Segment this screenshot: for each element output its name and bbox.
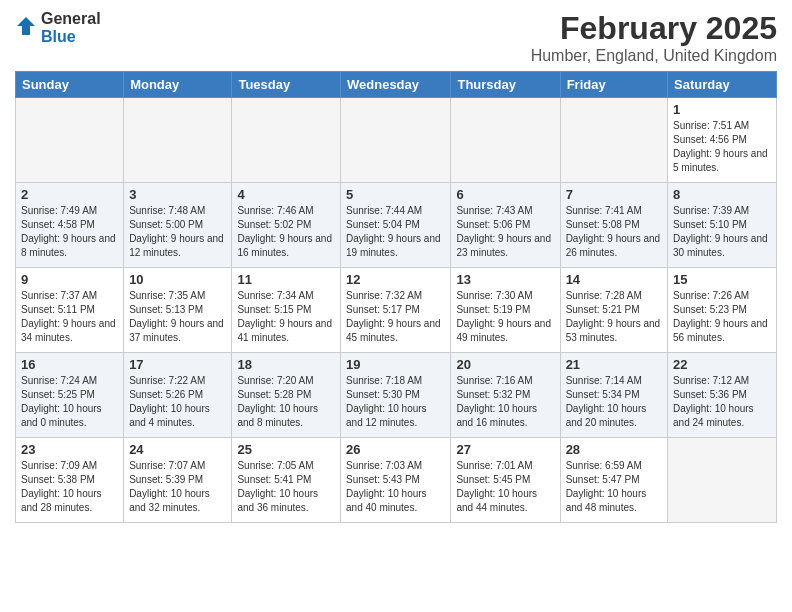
day-number: 11 bbox=[237, 272, 335, 287]
title-section: February 2025 Humber, England, United Ki… bbox=[531, 10, 777, 65]
day-number: 28 bbox=[566, 442, 662, 457]
header-sunday: Sunday bbox=[16, 72, 124, 98]
day-number: 6 bbox=[456, 187, 554, 202]
day-info: Sunrise: 7:07 AM Sunset: 5:39 PM Dayligh… bbox=[129, 459, 226, 515]
header-thursday: Thursday bbox=[451, 72, 560, 98]
table-row: 20Sunrise: 7:16 AM Sunset: 5:32 PM Dayli… bbox=[451, 353, 560, 438]
month-title: February 2025 bbox=[531, 10, 777, 47]
day-number: 3 bbox=[129, 187, 226, 202]
table-row: 3Sunrise: 7:48 AM Sunset: 5:00 PM Daylig… bbox=[124, 183, 232, 268]
table-row: 28Sunrise: 6:59 AM Sunset: 5:47 PM Dayli… bbox=[560, 438, 667, 523]
day-number: 18 bbox=[237, 357, 335, 372]
day-info: Sunrise: 7:37 AM Sunset: 5:11 PM Dayligh… bbox=[21, 289, 118, 345]
calendar-week-row: 1Sunrise: 7:51 AM Sunset: 4:56 PM Daylig… bbox=[16, 98, 777, 183]
table-row: 25Sunrise: 7:05 AM Sunset: 5:41 PM Dayli… bbox=[232, 438, 341, 523]
day-info: Sunrise: 7:43 AM Sunset: 5:06 PM Dayligh… bbox=[456, 204, 554, 260]
day-info: Sunrise: 7:39 AM Sunset: 5:10 PM Dayligh… bbox=[673, 204, 771, 260]
day-info: Sunrise: 7:22 AM Sunset: 5:26 PM Dayligh… bbox=[129, 374, 226, 430]
day-info: Sunrise: 7:41 AM Sunset: 5:08 PM Dayligh… bbox=[566, 204, 662, 260]
table-row: 27Sunrise: 7:01 AM Sunset: 5:45 PM Dayli… bbox=[451, 438, 560, 523]
day-info: Sunrise: 7:12 AM Sunset: 5:36 PM Dayligh… bbox=[673, 374, 771, 430]
table-row bbox=[124, 98, 232, 183]
day-info: Sunrise: 7:24 AM Sunset: 5:25 PM Dayligh… bbox=[21, 374, 118, 430]
day-info: Sunrise: 7:09 AM Sunset: 5:38 PM Dayligh… bbox=[21, 459, 118, 515]
table-row: 24Sunrise: 7:07 AM Sunset: 5:39 PM Dayli… bbox=[124, 438, 232, 523]
table-row: 21Sunrise: 7:14 AM Sunset: 5:34 PM Dayli… bbox=[560, 353, 667, 438]
table-row: 17Sunrise: 7:22 AM Sunset: 5:26 PM Dayli… bbox=[124, 353, 232, 438]
day-number: 23 bbox=[21, 442, 118, 457]
calendar-week-row: 23Sunrise: 7:09 AM Sunset: 5:38 PM Dayli… bbox=[16, 438, 777, 523]
day-info: Sunrise: 7:49 AM Sunset: 4:58 PM Dayligh… bbox=[21, 204, 118, 260]
table-row: 23Sunrise: 7:09 AM Sunset: 5:38 PM Dayli… bbox=[16, 438, 124, 523]
day-number: 27 bbox=[456, 442, 554, 457]
day-info: Sunrise: 7:01 AM Sunset: 5:45 PM Dayligh… bbox=[456, 459, 554, 515]
table-row: 26Sunrise: 7:03 AM Sunset: 5:43 PM Dayli… bbox=[341, 438, 451, 523]
day-number: 10 bbox=[129, 272, 226, 287]
header-friday: Friday bbox=[560, 72, 667, 98]
svg-marker-0 bbox=[17, 17, 35, 35]
day-number: 7 bbox=[566, 187, 662, 202]
day-info: Sunrise: 7:05 AM Sunset: 5:41 PM Dayligh… bbox=[237, 459, 335, 515]
logo-icon bbox=[15, 15, 37, 37]
location: Humber, England, United Kingdom bbox=[531, 47, 777, 65]
day-number: 19 bbox=[346, 357, 445, 372]
table-row: 14Sunrise: 7:28 AM Sunset: 5:21 PM Dayli… bbox=[560, 268, 667, 353]
header: General Blue February 2025 Humber, Engla… bbox=[15, 10, 777, 65]
day-info: Sunrise: 7:32 AM Sunset: 5:17 PM Dayligh… bbox=[346, 289, 445, 345]
day-info: Sunrise: 7:16 AM Sunset: 5:32 PM Dayligh… bbox=[456, 374, 554, 430]
day-info: Sunrise: 6:59 AM Sunset: 5:47 PM Dayligh… bbox=[566, 459, 662, 515]
day-number: 5 bbox=[346, 187, 445, 202]
table-row bbox=[451, 98, 560, 183]
table-row: 13Sunrise: 7:30 AM Sunset: 5:19 PM Dayli… bbox=[451, 268, 560, 353]
header-wednesday: Wednesday bbox=[341, 72, 451, 98]
header-saturday: Saturday bbox=[668, 72, 777, 98]
day-info: Sunrise: 7:35 AM Sunset: 5:13 PM Dayligh… bbox=[129, 289, 226, 345]
header-tuesday: Tuesday bbox=[232, 72, 341, 98]
day-number: 9 bbox=[21, 272, 118, 287]
day-info: Sunrise: 7:44 AM Sunset: 5:04 PM Dayligh… bbox=[346, 204, 445, 260]
day-number: 16 bbox=[21, 357, 118, 372]
day-info: Sunrise: 7:14 AM Sunset: 5:34 PM Dayligh… bbox=[566, 374, 662, 430]
day-number: 20 bbox=[456, 357, 554, 372]
day-number: 17 bbox=[129, 357, 226, 372]
table-row: 5Sunrise: 7:44 AM Sunset: 5:04 PM Daylig… bbox=[341, 183, 451, 268]
day-number: 8 bbox=[673, 187, 771, 202]
table-row bbox=[341, 98, 451, 183]
table-row: 9Sunrise: 7:37 AM Sunset: 5:11 PM Daylig… bbox=[16, 268, 124, 353]
calendar-week-row: 2Sunrise: 7:49 AM Sunset: 4:58 PM Daylig… bbox=[16, 183, 777, 268]
table-row bbox=[232, 98, 341, 183]
day-number: 14 bbox=[566, 272, 662, 287]
table-row: 7Sunrise: 7:41 AM Sunset: 5:08 PM Daylig… bbox=[560, 183, 667, 268]
day-info: Sunrise: 7:18 AM Sunset: 5:30 PM Dayligh… bbox=[346, 374, 445, 430]
table-row: 1Sunrise: 7:51 AM Sunset: 4:56 PM Daylig… bbox=[668, 98, 777, 183]
table-row: 22Sunrise: 7:12 AM Sunset: 5:36 PM Dayli… bbox=[668, 353, 777, 438]
table-row bbox=[560, 98, 667, 183]
calendar-table: Sunday Monday Tuesday Wednesday Thursday… bbox=[15, 71, 777, 523]
calendar-week-row: 16Sunrise: 7:24 AM Sunset: 5:25 PM Dayli… bbox=[16, 353, 777, 438]
day-number: 26 bbox=[346, 442, 445, 457]
day-info: Sunrise: 7:46 AM Sunset: 5:02 PM Dayligh… bbox=[237, 204, 335, 260]
day-info: Sunrise: 7:51 AM Sunset: 4:56 PM Dayligh… bbox=[673, 119, 771, 175]
day-info: Sunrise: 7:34 AM Sunset: 5:15 PM Dayligh… bbox=[237, 289, 335, 345]
logo-general: General bbox=[41, 10, 101, 28]
table-row bbox=[16, 98, 124, 183]
table-row: 6Sunrise: 7:43 AM Sunset: 5:06 PM Daylig… bbox=[451, 183, 560, 268]
table-row: 16Sunrise: 7:24 AM Sunset: 5:25 PM Dayli… bbox=[16, 353, 124, 438]
table-row: 8Sunrise: 7:39 AM Sunset: 5:10 PM Daylig… bbox=[668, 183, 777, 268]
day-number: 15 bbox=[673, 272, 771, 287]
page-container: General Blue February 2025 Humber, Engla… bbox=[0, 0, 792, 528]
calendar-week-row: 9Sunrise: 7:37 AM Sunset: 5:11 PM Daylig… bbox=[16, 268, 777, 353]
table-row: 4Sunrise: 7:46 AM Sunset: 5:02 PM Daylig… bbox=[232, 183, 341, 268]
day-number: 24 bbox=[129, 442, 226, 457]
calendar-header-row: Sunday Monday Tuesday Wednesday Thursday… bbox=[16, 72, 777, 98]
day-number: 12 bbox=[346, 272, 445, 287]
day-number: 13 bbox=[456, 272, 554, 287]
table-row bbox=[668, 438, 777, 523]
day-number: 22 bbox=[673, 357, 771, 372]
table-row: 11Sunrise: 7:34 AM Sunset: 5:15 PM Dayli… bbox=[232, 268, 341, 353]
day-info: Sunrise: 7:03 AM Sunset: 5:43 PM Dayligh… bbox=[346, 459, 445, 515]
table-row: 18Sunrise: 7:20 AM Sunset: 5:28 PM Dayli… bbox=[232, 353, 341, 438]
day-number: 21 bbox=[566, 357, 662, 372]
table-row: 15Sunrise: 7:26 AM Sunset: 5:23 PM Dayli… bbox=[668, 268, 777, 353]
day-number: 1 bbox=[673, 102, 771, 117]
